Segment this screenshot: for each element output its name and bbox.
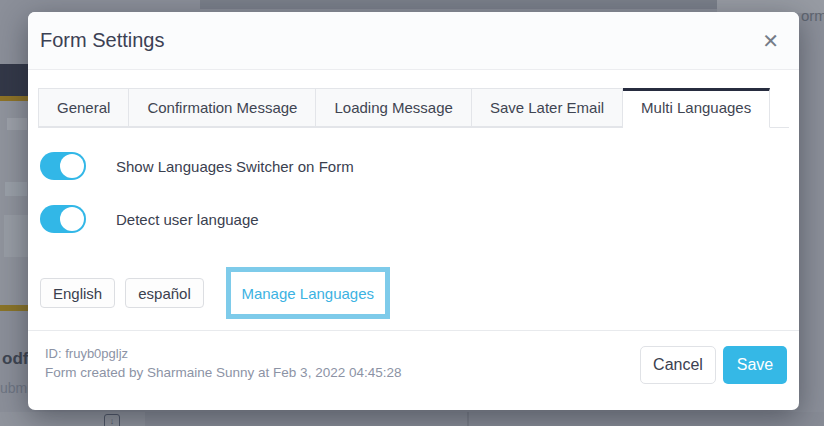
toggle-row-language-switcher: Show Languages Switcher on Form xyxy=(40,152,354,180)
backdrop-bottom-divider xyxy=(467,412,469,426)
tab-general[interactable]: General xyxy=(38,88,129,127)
backdrop-text-fragment: odf xyxy=(2,349,28,369)
toggle-label: Show Languages Switcher on Form xyxy=(116,158,354,175)
backdrop-top-strip xyxy=(200,0,717,9)
manage-languages-highlight-box: Manage Languages xyxy=(226,267,390,319)
toggle-knob xyxy=(60,207,84,231)
languages-row: English español Manage Languages xyxy=(40,261,390,325)
backdrop-artifact xyxy=(5,182,27,196)
backdrop-gold-line-bottom xyxy=(0,305,28,311)
dialog-header: Form Settings ✕ xyxy=(28,12,799,70)
footer-meta: ID: fruyb0pgljz Form created by Sharmain… xyxy=(45,346,401,380)
settings-tabs: General Confirmation Message Loading Mes… xyxy=(38,88,789,128)
backdrop-artifact xyxy=(7,118,27,130)
dialog-title: Form Settings xyxy=(40,29,164,52)
manage-languages-link[interactable]: Manage Languages xyxy=(241,285,374,302)
form-id-text: ID: fruyb0pgljz xyxy=(45,346,401,361)
backdrop-navy-block xyxy=(0,64,28,96)
close-icon[interactable]: ✕ xyxy=(758,27,783,55)
backdrop-bottom-strip-light xyxy=(0,412,145,426)
toggle-label: Detect user language xyxy=(116,211,259,228)
backdrop-text-fragment: orm xyxy=(801,7,824,24)
form-settings-dialog: Form Settings ✕ General Confirmation Mes… xyxy=(28,12,799,410)
tab-multi-languages[interactable]: Multi Languages xyxy=(623,88,770,128)
tab-save-later-email[interactable]: Save Later Email xyxy=(472,88,623,127)
form-created-text: Form created by Sharmaine Sunny at Feb 3… xyxy=(45,365,401,380)
toggle-row-detect-language: Detect user language xyxy=(40,205,259,233)
language-button-english[interactable]: English xyxy=(40,278,115,308)
tab-confirmation-message[interactable]: Confirmation Message xyxy=(129,88,316,127)
detect-user-language-toggle[interactable] xyxy=(40,205,86,233)
footer-divider xyxy=(28,330,799,331)
show-languages-switcher-toggle[interactable] xyxy=(40,152,86,180)
backdrop-left-band xyxy=(0,101,28,305)
cancel-button[interactable]: Cancel xyxy=(640,346,716,384)
download-icon: ↓ xyxy=(104,414,120,426)
screen: orm odf ubmitted ↓ Form Settings ✕ Gener… xyxy=(0,0,824,426)
save-button[interactable]: Save xyxy=(723,346,787,384)
language-button-espanol[interactable]: español xyxy=(125,278,204,308)
tab-loading-message[interactable]: Loading Message xyxy=(316,88,471,127)
backdrop-artifact xyxy=(4,215,28,257)
toggle-knob xyxy=(60,154,84,178)
